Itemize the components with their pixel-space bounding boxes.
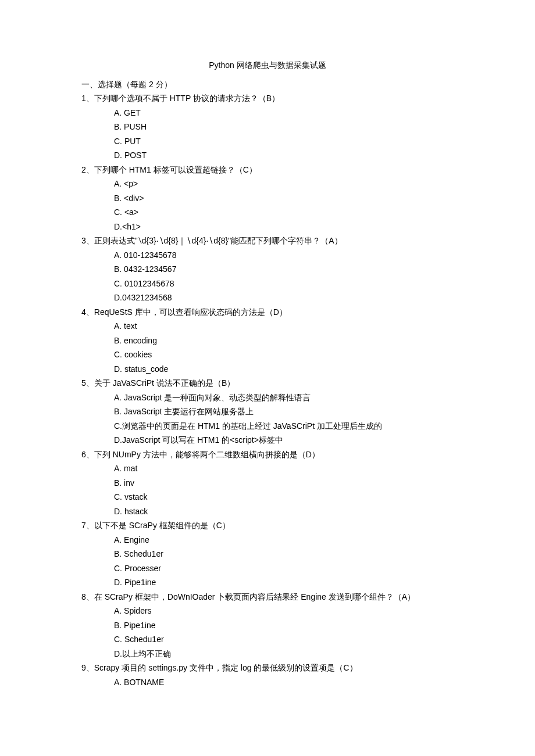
question-8-options: A. Spiders B. Pipe1ine C. Schedu1er D.以上… [81,604,454,661]
q5-option-d: D.JavaScript 可以写在 HTM1 的<script>标签中 [114,433,454,447]
question-4-stem: 4、ReqUeStS 库中，可以查看响应状态码的方法是（D） [81,305,454,320]
q4-option-a: A. text [114,319,454,334]
document-title: Python 网络爬虫与数据采集试题 [81,58,454,73]
q7-option-d: D. Pipe1ine [114,575,454,590]
q5-option-b: B. JavaScript 主要运行在网站服务器上 [114,404,454,419]
q8-option-d: D.以上均不正确 [114,647,454,661]
q1-option-a: A. GET [114,106,454,120]
question-8-stem: 8、在 SCraPy 框架中，DoWnIOader 卜载页面内容后结果经 Eng… [81,590,454,604]
q5-option-c: C.浏览器中的页面是在 HTM1 的基础上经过 JaVaSCriPt 加工处理后… [114,419,454,433]
q8-option-b: B. Pipe1ine [114,618,454,633]
question-1-stem: 1、下列哪个选项不属于 HTTP 协议的请求方法？（B） [81,91,454,106]
q3-option-c: C. 01012345678 [114,277,454,291]
q3-option-d: D.04321234568 [114,291,454,305]
q8-option-c: C. Schedu1er [114,632,454,647]
q4-option-c: C. cookies [114,347,454,362]
question-4-options: A. text B. encoding C. cookies D. status… [81,319,454,376]
question-2-stem: 2、下列哪个 HTM1 标签可以设置超链接？（C） [81,163,454,177]
q3-option-a: A. 010-12345678 [114,248,454,263]
question-2-options: A. <p> B. <div> C. <a> D.<h1> [81,177,454,234]
question-6-stem: 6、下列 NUmPy 方法中，能够将两个二维数组横向拼接的是（D） [81,447,454,462]
question-3-options: A. 010-12345678 B. 0432-1234567 C. 01012… [81,248,454,305]
question-9-stem: 9、Scrapy 项目的 settings.py 文件中，指定 log 的最低级… [81,661,454,675]
question-6-options: A. mat B. inv C. vstack D. hstack [81,461,454,518]
q7-option-c: C. Processer [114,561,454,576]
question-3-stem: 3、正则表达式"∖d{3}·∖d{8}｜∖d{4}·∖d{8}"能匹配下列哪个字… [81,234,454,248]
q5-option-a: A. JavaScript 是一种面向对象、动态类型的解释性语言 [114,390,454,405]
question-5-options: A. JavaScript 是一种面向对象、动态类型的解释性语言 B. Java… [81,390,454,447]
q6-option-a: A. mat [114,461,454,476]
question-7-options: A. Engine B. Schedu1er C. Processer D. P… [81,533,454,590]
q8-option-a: A. Spiders [114,604,454,618]
q1-option-c: C. PUT [114,134,454,149]
q4-option-b: B. encoding [114,334,454,348]
q7-option-a: A. Engine [114,533,454,547]
q2-option-d: D.<h1> [114,220,454,234]
q7-option-b: B. Schedu1er [114,547,454,561]
q6-option-d: D. hstack [114,504,454,519]
q6-option-c: C. vstack [114,490,454,504]
question-7-stem: 7、以下不是 SCraPy 框架组件的是（C） [81,518,454,533]
question-1-options: A. GET B. PUSH C. PUT D. POST [81,106,454,163]
q3-option-b: B. 0432-1234567 [114,262,454,277]
q4-option-d: D. status_code [114,362,454,377]
q9-option-a: A. BOTNAME [114,675,454,690]
q1-option-d: D. POST [114,148,454,163]
section-1-title: 一、选择题（每题 2 分） [81,77,454,92]
q1-option-b: B. PUSH [114,120,454,134]
question-5-stem: 5、关于 JaVaSCriPt 说法不正确的是（B） [81,376,454,390]
q6-option-b: B. inv [114,476,454,490]
question-9-options: A. BOTNAME [81,675,454,690]
q2-option-a: A. <p> [114,177,454,191]
q2-option-b: B. <div> [114,191,454,206]
q2-option-c: C. <a> [114,205,454,220]
